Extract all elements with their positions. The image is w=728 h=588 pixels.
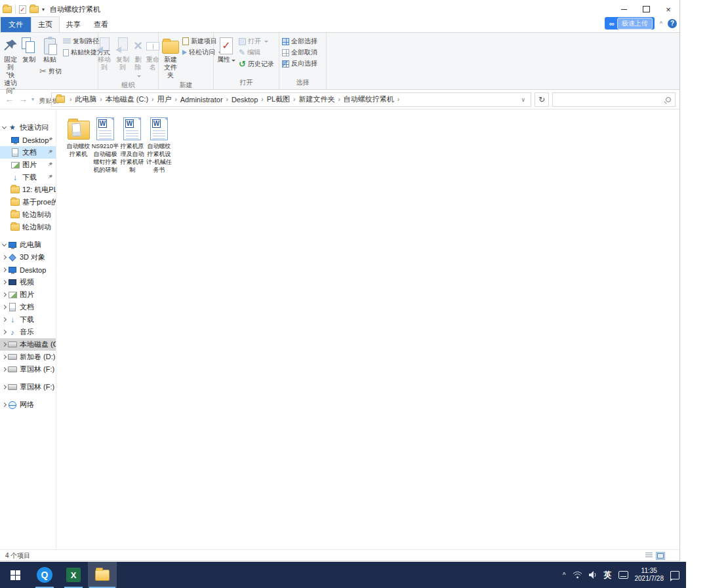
start-button[interactable] — [0, 562, 30, 588]
sidebar-item-pictures-qa[interactable]: 图片 — [0, 159, 56, 171]
refresh-icon[interactable]: ↻ — [535, 92, 549, 107]
collapse-ribbon-icon[interactable]: ^ — [660, 20, 662, 27]
sidebar-item-desktop-qa[interactable]: Desktop — [0, 134, 56, 146]
file-tile-ns9210[interactable]: W NS9210半自动磁极螺钉拧紧机的研制 — [92, 115, 119, 174]
breadcrumb-drive-c[interactable]: 本地磁盘 (C:) — [104, 94, 150, 104]
netdisk-upload-button[interactable]: 极速上传 — [617, 18, 653, 29]
search-input[interactable] — [556, 96, 666, 104]
sidebar-item-drive-d[interactable]: 新加卷 (D:) — [0, 351, 56, 363]
sidebar-item-folder-proe[interactable]: 基于proe的汽车阀 — [0, 196, 56, 208]
delete-button[interactable]: × 删除 — [132, 34, 144, 79]
move-to-button[interactable]: 移动到 — [95, 34, 113, 71]
network-tray-icon[interactable] — [573, 571, 582, 579]
open-button[interactable]: 打开 — [239, 37, 274, 46]
search-box[interactable] — [552, 92, 676, 107]
chevron-right-icon[interactable] — [2, 255, 7, 260]
invert-selection-button[interactable]: 反向选择 — [282, 59, 317, 68]
chevron-right-icon[interactable] — [2, 342, 7, 347]
select-all-button[interactable]: 全部选择 — [282, 37, 317, 46]
file-tile-folder[interactable]: 自动螺纹拧紧机 — [65, 115, 92, 158]
sidebar-item-drive-f-root[interactable]: 覃国林 (F:) — [0, 381, 56, 393]
maximize-button[interactable] — [635, 0, 657, 18]
chevron-right-icon[interactable] — [2, 402, 7, 407]
chevron-down-icon[interactable] — [2, 125, 7, 129]
up-icon[interactable]: ↑ — [37, 94, 48, 104]
breadcrumb-new-folder[interactable]: 新建文件夹 — [297, 94, 336, 104]
sidebar-item-network[interactable]: 网络 — [0, 399, 56, 411]
breadcrumb-pl-screenshot[interactable]: PL截图 — [266, 94, 291, 104]
qat-dropdown-icon[interactable]: ▾ — [42, 7, 45, 12]
copy-to-button[interactable]: 复制到 — [113, 34, 132, 71]
tab-home[interactable]: 主页 — [31, 16, 60, 32]
help-icon[interactable]: ? — [668, 19, 677, 28]
properties-button[interactable]: ✓ 属性 — [215, 34, 237, 64]
ime-language-indicator[interactable]: 英 — [604, 570, 612, 581]
sidebar-item-folder-plc[interactable]: 12: 机电PLC (29 — [0, 184, 56, 196]
sidebar-item-folder-lunbian1[interactable]: 轮边制动 — [0, 208, 56, 221]
edit-button[interactable]: ✎ 编辑 — [239, 48, 274, 57]
chevron-right-icon[interactable] — [2, 292, 7, 297]
paste-button[interactable]: 粘贴 — [38, 34, 62, 64]
new-folder-qat-icon[interactable] — [30, 6, 39, 13]
sidebar-item-downloads-pc[interactable]: ↓ 下载 — [0, 313, 56, 326]
cut-button[interactable]: ✂ 剪切 — [39, 66, 62, 76]
breadcrumb-administrator[interactable]: Administrator — [179, 96, 224, 104]
sidebar-item-videos[interactable]: 视频 — [0, 276, 56, 288]
sidebar-item-3d-objects[interactable]: 3D 对象 — [0, 251, 56, 264]
sidebar-item-folder-lunbian2[interactable]: 轮边制动 — [0, 221, 56, 233]
chevron-right-icon[interactable] — [2, 305, 7, 309]
tab-file[interactable]: 文件 — [1, 17, 31, 32]
sidebar-item-music[interactable]: ♪ 音乐 — [0, 326, 56, 338]
chevron-right-icon[interactable] — [2, 330, 7, 334]
sidebar-item-drive-f[interactable]: 覃国林 (F:) — [0, 363, 56, 376]
breadcrumb-users[interactable]: 用户 — [155, 94, 172, 104]
navigation-pane: ★ 快速访问 Desktop 文档 图片 — [0, 109, 56, 549]
tab-share[interactable]: 共享 — [60, 17, 87, 32]
clock[interactable]: 11:35 2021/7/28 — [635, 567, 664, 583]
sidebar-item-downloads-qa[interactable]: ↓ 下载 — [0, 171, 56, 184]
pin-to-quick-access-button[interactable]: 固定到“快速访问” — [1, 34, 20, 95]
baidu-netdisk-badge[interactable]: ∞ 极速上传 — [605, 17, 655, 29]
chevron-right-icon[interactable] — [2, 280, 7, 284]
breadcrumb-desktop[interactable]: Desktop — [230, 96, 259, 104]
history-button[interactable]: ↺ 历史记录 — [239, 59, 274, 69]
address-bar[interactable]: › 此电脑 › 本地磁盘 (C:) › 用户 › Administrator ›… — [51, 92, 531, 107]
chevron-right-icon[interactable] — [2, 367, 7, 372]
recent-locations-icon[interactable]: ▾ — [31, 96, 34, 102]
chevron-right-icon[interactable] — [2, 267, 7, 272]
forward-icon[interactable]: → — [18, 94, 28, 104]
hidden-icons-chevron-icon[interactable]: ^ — [563, 572, 566, 579]
address-dropdown-icon[interactable]: ∨ — [517, 96, 529, 103]
sidebar-item-pictures-pc[interactable]: 图片 — [0, 288, 56, 301]
properties-qat-icon[interactable]: ✓ — [19, 5, 26, 14]
sidebar-item-drive-c[interactable]: 本地磁盘 (C:) — [0, 338, 56, 351]
sidebar-item-documents-pc[interactable]: 文档 — [0, 301, 56, 313]
close-button[interactable]: × — [657, 0, 679, 18]
sidebar-item-documents-qa[interactable]: 文档 — [0, 146, 56, 159]
back-icon[interactable]: ← — [4, 94, 14, 104]
minimize-button[interactable] — [613, 0, 635, 18]
large-icons-view-icon[interactable] — [656, 552, 665, 560]
taskbar-app-browser[interactable]: Q — [30, 562, 59, 588]
copy-button[interactable]: 复制 — [20, 34, 38, 64]
tab-view[interactable]: 查看 — [87, 17, 115, 32]
file-tile-principle[interactable]: W 拧紧机原理及自动拧紧机研制 — [119, 115, 146, 174]
sidebar-item-desktop-pc[interactable]: Desktop — [0, 264, 56, 276]
taskbar-app-excel[interactable]: X — [59, 562, 88, 588]
chevron-right-icon[interactable] — [2, 355, 7, 359]
new-folder-button[interactable]: 新建 文件夹 — [160, 34, 181, 79]
chevron-right-icon[interactable] — [2, 317, 7, 322]
select-none-button[interactable]: 全部取消 — [282, 48, 317, 57]
breadcrumb-current-folder[interactable]: 自动螺纹拧紧机 — [342, 94, 395, 104]
chevron-down-icon[interactable] — [2, 242, 7, 246]
sidebar-section-this-pc[interactable]: 此电脑 — [0, 239, 56, 251]
touch-keyboard-icon[interactable] — [618, 571, 628, 579]
chevron-right-icon[interactable] — [2, 385, 7, 389]
action-center-icon[interactable] — [670, 571, 679, 579]
file-tile-taskbook[interactable]: W 自动螺纹拧紧机设计-机械任务书 — [146, 115, 172, 174]
details-view-icon[interactable] — [644, 552, 653, 560]
volume-icon[interactable] — [589, 571, 597, 579]
breadcrumb-this-pc[interactable]: 此电脑 — [73, 94, 98, 104]
sidebar-section-quick-access[interactable]: ★ 快速访问 — [0, 121, 56, 134]
taskbar-app-explorer[interactable] — [88, 562, 117, 588]
